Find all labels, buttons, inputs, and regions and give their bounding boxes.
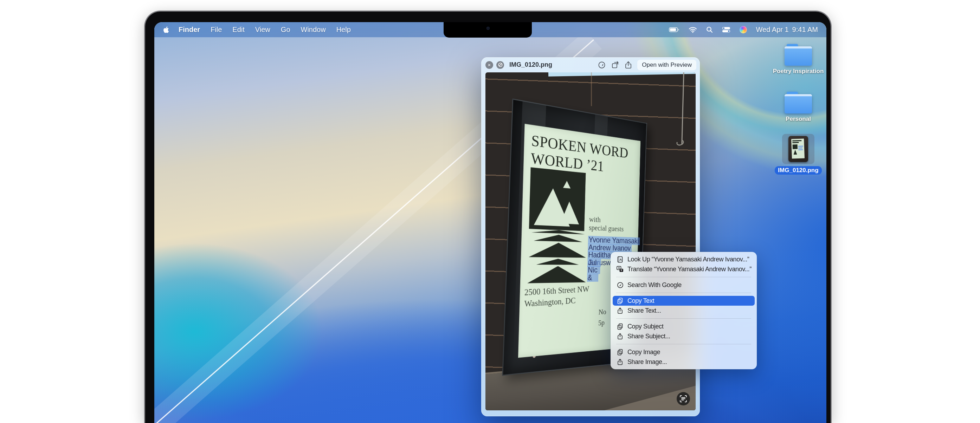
poster-subtitle: with special guests <box>589 215 624 233</box>
prohibit-button[interactable] <box>496 61 504 69</box>
menu-item-label: Copy Subject <box>627 323 663 330</box>
image-file-thumbnail <box>788 136 808 162</box>
menu-separator <box>616 293 751 293</box>
copy-icon <box>616 323 624 330</box>
display-notch <box>444 22 532 38</box>
selected-text[interactable]: & <box>587 274 599 282</box>
wifi-icon[interactable] <box>689 27 697 33</box>
menu-item-copy-text[interactable]: Copy Text <box>612 296 755 306</box>
menu-item-view[interactable]: View <box>250 25 275 34</box>
menu-item-label: Copy Image <box>627 348 660 356</box>
menu-item-label: Share Text... <box>627 307 661 315</box>
desktop-icon-poetry-inspiration[interactable]: Poetry Inspiration <box>772 44 825 75</box>
control-center-icon[interactable] <box>722 27 730 33</box>
svg-text:A: A <box>619 258 622 261</box>
poster-address: 2500 16th Street NW Washington, DC <box>525 284 589 310</box>
menu-item-translate[interactable]: A Translate “Yvonne Yamasaki Andrew Ivan… <box>612 264 755 274</box>
poster-datetime-fragment: No 5p <box>598 306 607 329</box>
menu-item-share-image[interactable]: Share Image... <box>612 357 755 367</box>
share-icon <box>616 333 624 340</box>
rotate-icon[interactable] <box>611 61 619 69</box>
menu-item-label: Share Image... <box>627 358 667 366</box>
copy-icon <box>616 349 624 356</box>
macbook-bezel: Finder File Edit View Go Window Help <box>144 11 832 423</box>
poster-triangle-stack-graphic <box>526 229 588 285</box>
menu-item-search-with-google[interactable]: Search With Google <box>612 280 755 290</box>
compass-icon <box>616 282 624 288</box>
selection-highlight <box>782 134 815 164</box>
share-icon <box>616 359 624 366</box>
icon-label: Personal <box>786 116 811 122</box>
icon-label-selected: IMG_0120.png <box>775 166 821 175</box>
menu-item-file[interactable]: File <box>205 25 227 34</box>
camera-icon <box>487 27 490 30</box>
screen: Finder File Edit View Go Window Help <box>154 22 826 423</box>
open-with-preview-button[interactable]: Open with Preview <box>637 60 696 70</box>
menu-item-label: Translate “Yvonne Yamasaki Andrew Ivanov… <box>627 266 751 273</box>
menu-item-label: Search With Google <box>627 281 682 289</box>
status-date: Wed Apr 1 <box>756 25 789 34</box>
menu-item-help[interactable]: Help <box>331 25 356 34</box>
folder-icon <box>784 92 812 113</box>
desktop-icon-personal[interactable]: Personal <box>772 92 825 122</box>
translate-icon: A <box>616 266 624 273</box>
dictionary-icon: A <box>616 256 624 263</box>
menu-item-edit[interactable]: Edit <box>227 25 250 34</box>
share-icon <box>616 307 624 314</box>
apple-menu-icon[interactable] <box>162 26 173 33</box>
menu-bar-clock[interactable]: Wed Apr 1 9:41 AM <box>756 25 818 34</box>
desktop-icon-img-0120[interactable]: IMG_0120.png <box>772 134 825 175</box>
menu-item-share-subject[interactable]: Share Subject... <box>612 331 755 341</box>
menu-item-go[interactable]: Go <box>275 25 296 34</box>
copy-icon <box>616 297 624 304</box>
live-text-button[interactable] <box>677 392 690 406</box>
menu-item-look-up[interactable]: A Look Up “Yvonne Yamasaki Andrew Ivanov… <box>612 254 755 264</box>
menu-item-finder[interactable]: Finder <box>173 25 205 34</box>
menu-item-share-text[interactable]: Share Text... <box>612 306 755 315</box>
menu-item-label: Look Up “Yvonne Yamasaki Andrew Ivanov..… <box>627 256 749 263</box>
menu-item-label: Copy Text <box>627 297 654 305</box>
menu-separator <box>616 318 751 319</box>
icon-label: Poetry Inspiration <box>773 68 824 75</box>
wall-joint <box>591 72 592 106</box>
search-icon[interactable] <box>706 26 713 33</box>
menu-item-window[interactable]: Window <box>296 25 331 34</box>
markup-icon[interactable] <box>598 61 606 69</box>
menu-item-copy-image[interactable]: Copy Image <box>612 347 755 357</box>
share-icon[interactable] <box>625 61 632 69</box>
menu-separator <box>616 344 751 344</box>
close-button[interactable]: × <box>485 61 493 69</box>
menu-separator <box>616 277 751 277</box>
title-bar[interactable]: × IMG_0120.png <box>481 57 700 72</box>
context-menu: A Look Up “Yvonne Yamasaki Andrew Ivanov… <box>611 252 757 369</box>
window-title: IMG_0120.png <box>509 61 552 68</box>
folder-icon <box>784 44 812 66</box>
siri-icon[interactable] <box>740 26 747 33</box>
menu-item-copy-subject[interactable]: Copy Subject <box>612 321 755 331</box>
battery-icon[interactable] <box>669 27 679 33</box>
poster-mountain-graphic <box>529 167 586 232</box>
menu-item-label: Share Subject... <box>627 333 670 340</box>
status-time: 9:41 AM <box>792 25 818 34</box>
